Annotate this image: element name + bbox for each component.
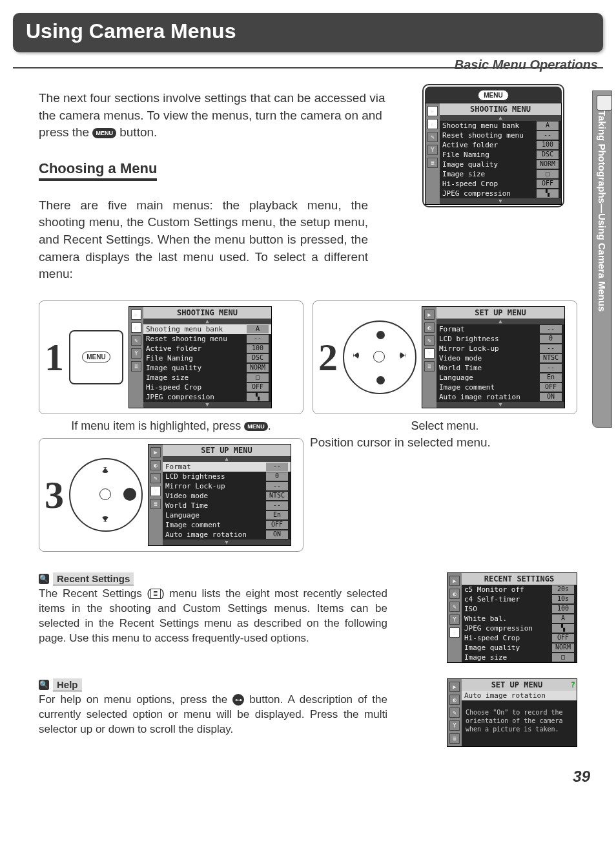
wrench-icon: Y [449, 720, 460, 731]
menu-row: Shooting menu bankA [143, 324, 271, 334]
playback-icon: ▶ [427, 106, 438, 116]
playback-icon: ▶ [150, 447, 161, 457]
page-number: 39 [0, 768, 590, 786]
help-paragraph: For help on menu options, press the ⊶ bu… [39, 693, 387, 737]
side-tab: Taking Photographs—Using Camera Menus [592, 90, 612, 428]
menu-row: Active folder100 [440, 140, 561, 150]
lcd-tab-icons: ▶ ◐ ✎ Y ≣ [447, 573, 462, 662]
pencil-icon: ✎ [150, 473, 161, 483]
recent-lcd: ▶ ◐ ✎ Y ≣ RECENT SETTINGS c5 Monitor off… [447, 572, 577, 663]
playback-icon: ▶ [424, 309, 435, 320]
wrench-icon: Y [131, 348, 141, 359]
recent-icon: ≣ [427, 158, 438, 168]
choosing-paragraph: There are five main menus: the playback … [39, 197, 368, 283]
menu-row: Video modeNTSC [436, 353, 564, 363]
lcd-tab-icons: ▶ ◐ ✎ Y ≣ [422, 307, 436, 408]
menu-button-icon: MENU [92, 128, 116, 139]
menu-row: Hi-speed CropOFF [143, 383, 271, 392]
menu-row: Reset shooting menu-- [440, 131, 561, 140]
menu-row: Image commentOFF [436, 383, 564, 392]
help-selected-item: Auto image rotation [462, 691, 577, 700]
step-3: 3 ▶ ◐ ✎ Y ≣ [39, 433, 303, 557]
multi-selector-graphic [343, 320, 416, 394]
menu-row: World Time-- [163, 501, 291, 510]
menu-row: Image size□ [462, 653, 577, 662]
menu-row: Auto image rotationON [436, 392, 564, 402]
pencil-icon: ✎ [449, 708, 460, 718]
playback-icon: ▶ [449, 576, 460, 586]
intro-lcd-header: MENU [425, 87, 562, 103]
page-subtitle: Basic Menu Operations [0, 58, 598, 72]
menu-row: ISO100 [462, 604, 577, 614]
menu-pill-icon: MENU [478, 90, 508, 101]
scroll-up-icon: ▲ [440, 115, 561, 121]
recent-icon: ≣ [131, 361, 141, 372]
step-number: 3 [45, 476, 64, 514]
multi-selector-graphic [69, 458, 143, 532]
menu-row: c4 Self-timer10s [462, 594, 577, 604]
magnifier-icon: 🔍 [39, 680, 49, 690]
recent-icon: ≣ [449, 733, 460, 744]
menu-row: Hi-speed CropOFF [462, 633, 577, 643]
page-title-bar: Using Camera Menus [13, 13, 603, 52]
menu-row: Image qualityNORM [462, 643, 577, 653]
menu-row: c5 Monitor off20s [462, 585, 577, 594]
wrench-icon: Y [449, 614, 460, 625]
menu-row: Shooting menu bankA [440, 121, 561, 131]
lcd-tab-icons: ▶ ◐ ✎ Y ≣ [426, 103, 440, 204]
menu-row: White bal.A [462, 614, 577, 624]
menu-row: Format-- [163, 462, 291, 472]
help-heading: 🔍 Help [39, 678, 434, 691]
camera-icon [597, 95, 612, 110]
lcd-tab-icons: ▶ ◐ ✎ Y ≣ [149, 445, 163, 545]
protect-button-icon: ⊶ [232, 694, 244, 706]
pencil-icon: ✎ [424, 335, 435, 346]
menu-row: JPEG compression▚ [440, 189, 561, 198]
wrench-icon: Y [150, 486, 161, 496]
recent-icon: ≣ [424, 361, 435, 372]
lcd-title: SHOOTING MENU [440, 103, 561, 115]
menu-row: Image size□ [143, 373, 271, 383]
menu-row: Image size□ [440, 169, 561, 179]
menu-row: File NamingDSC [143, 353, 271, 363]
menu-row: Auto image rotationON [163, 530, 291, 540]
camera-tab-icon: ◐ [150, 460, 161, 470]
recent-settings-icon: ≣ [150, 589, 161, 599]
intro-lcd: MENU ▶ ◐ ✎ Y ≣ SHOOTING MENU ▲ Shooting … [422, 84, 564, 207]
step-number: 1 [45, 338, 64, 377]
lcd-tab-icons: ▶ ◐ ✎ Y ≣ [447, 679, 462, 746]
camera-tab-icon: ◐ [427, 119, 438, 129]
playback-icon: ▶ [131, 309, 141, 320]
camera-tab-icon: ◐ [131, 322, 141, 333]
menu-row: JPEG compression▚ [143, 392, 271, 402]
menu-row: LCD brightness0 [163, 472, 291, 481]
lcd-tab-icons: ▶ ◐ ✎ Y ≣ [129, 307, 143, 408]
side-tab-label: Taking Photographs—Using Camera Menus [597, 110, 608, 311]
step-2: 2 ▶ ◐ ✎ Y ≣ [313, 295, 577, 433]
step-1-caption: If menu item is highlighted, press MENU. [39, 419, 303, 433]
menu-button-graphic: MENU [82, 351, 110, 362]
help-description: Choose "On" to record the orientation of… [462, 700, 577, 746]
menu-row: Mirror Lock-up-- [163, 481, 291, 491]
menu-row: LanguageEn [163, 510, 291, 520]
recent-settings-paragraph: The Recent Settings (≣) menu lists the e… [39, 587, 387, 646]
step-3-caption: Position cursor in selected menu. [310, 433, 491, 450]
recent-icon: ≣ [449, 627, 460, 638]
menu-row: File NamingDSC [440, 150, 561, 160]
playback-icon: ▶ [449, 682, 460, 692]
recent-settings-heading: 🔍 Recent Settings [39, 572, 434, 585]
menu-button-icon: MENU [244, 422, 268, 431]
magnifier-icon: 🔍 [39, 574, 49, 584]
camera-tab-icon: ◐ [449, 589, 460, 599]
step-2-caption: Select menu. [313, 419, 577, 433]
menu-row: Image qualityNORM [440, 160, 561, 169]
page-title: Using Camera Menus [26, 19, 590, 43]
menu-row: Image commentOFF [163, 520, 291, 530]
menu-row: Format-- [436, 324, 564, 334]
recent-icon: ≣ [150, 499, 161, 509]
menu-row: LCD brightness0 [436, 334, 564, 344]
wrench-icon: Y [424, 348, 435, 359]
step-1: 1 MENU ▶ ◐ ✎ Y ≣ [39, 295, 303, 433]
wrench-icon: Y [427, 145, 438, 155]
scroll-down-icon: ▼ [440, 198, 561, 204]
